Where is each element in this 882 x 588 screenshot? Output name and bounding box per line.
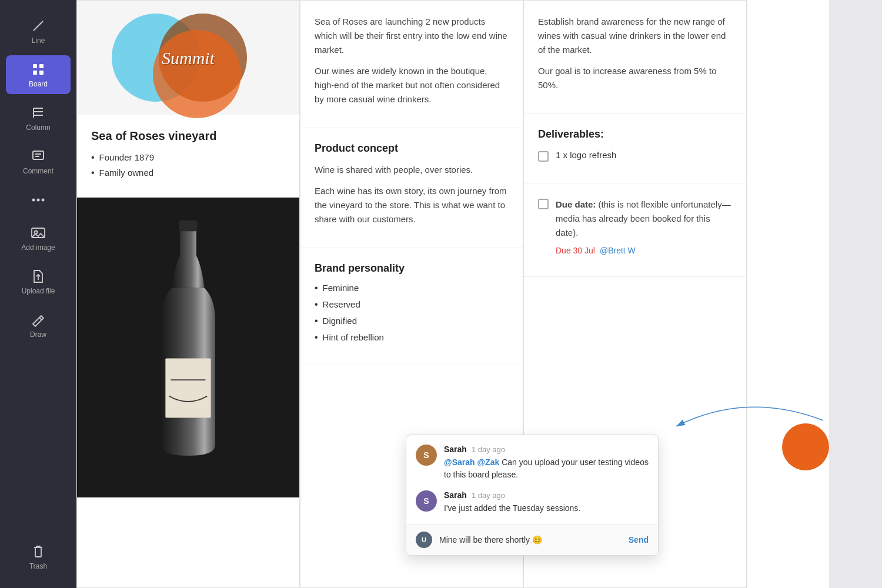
deliverable-item-1: 1 x logo refresh (538, 150, 732, 162)
product-concept-text1: Wine is shared with people, over stories… (315, 163, 509, 177)
card-partial (747, 0, 829, 588)
sidebar-item-add-image[interactable]: Add image (6, 219, 71, 258)
comment-item-2: S Sarah 1 day ago I've just added the Tu… (416, 490, 649, 514)
vineyard-title: Sea of Roses vineyard (91, 129, 285, 143)
svg-point-12 (32, 199, 35, 202)
list-item: Founder 1879 (91, 152, 285, 163)
deliverable-label-1: 1 x logo refresh (556, 150, 616, 160)
venn-circle-orange (153, 30, 241, 118)
svg-line-0 (34, 21, 43, 31)
send-button[interactable]: Send (629, 535, 649, 544)
sidebar-item-line[interactable]: Line (6, 12, 71, 51)
upload-file-icon (30, 268, 46, 285)
svg-rect-4 (39, 71, 44, 75)
product-concept-title: Product concept (315, 142, 509, 155)
comment-item-1: S Sarah 1 day ago @Sarah @Zak Can you up… (416, 445, 649, 481)
wine-bottle-card (77, 198, 299, 497)
due-date-item: Due date: (this is not flexible unfortun… (538, 198, 732, 255)
comment-header-1: Sarah 1 day ago (444, 445, 649, 454)
checkbox-due-date[interactable] (538, 199, 549, 209)
list-item: Feminine (315, 283, 509, 293)
comment-input[interactable] (439, 535, 622, 544)
due-date-tags: Due 30 Jul @Brett W (556, 246, 732, 255)
sidebar-item-label-upload-file: Upload file (22, 287, 55, 295)
product-concept-section: Product concept Wine is shared with peop… (300, 128, 523, 248)
canvas-area[interactable]: Summit Sea of Roses vineyard Founder 187… (76, 0, 882, 588)
deliverables-section: Deliverables: 1 x logo refresh (524, 114, 746, 183)
person-tag[interactable]: @Brett W (600, 246, 636, 255)
svg-point-16 (35, 231, 38, 234)
comment-content-2: Sarah 1 day ago I've just added the Tues… (444, 490, 580, 514)
avatar-current-user: U (416, 532, 432, 548)
brand-awareness-text1: Establish brand awareness for the new ra… (538, 15, 732, 57)
svg-rect-20 (165, 358, 211, 417)
sidebar-item-comment[interactable]: Comment (6, 142, 71, 181)
comment-input-row: U Send (406, 524, 658, 555)
comment-popup: S Sarah 1 day ago @Sarah @Zak Can you up… (406, 435, 659, 556)
sidebar-item-label-comment: Comment (23, 167, 54, 175)
sidebar-item-label-line: Line (32, 36, 45, 45)
market-text-1: Sea of Roses are launching 2 new product… (315, 15, 509, 57)
more-icon (30, 192, 46, 208)
avatar-sarah-2: S (416, 490, 437, 512)
sidebar-item-upload-file[interactable]: Upload file (6, 262, 71, 301)
comment-time-1: 1 day ago (472, 445, 505, 454)
list-item: Family owned (91, 168, 285, 178)
draw-icon (30, 312, 46, 328)
add-image-icon (30, 225, 46, 241)
comment-text-2: I've just added the Tuesday sessions. (444, 502, 580, 514)
comment-text-1: @Sarah @Zak Can you upload your user tes… (444, 456, 649, 481)
list-item: Reserved (315, 299, 509, 310)
list-item-hint-of-rebellion: Hint of rebellion (315, 332, 509, 343)
list-item: Dignified (315, 316, 509, 326)
trash-icon (30, 543, 46, 560)
sidebar-item-label-board: Board (29, 80, 48, 88)
sidebar-item-label-draw: Draw (30, 330, 46, 339)
deliverables-title: Deliverables: (538, 128, 732, 141)
column-icon (30, 105, 46, 121)
svg-rect-1 (33, 64, 37, 68)
wine-bottle-svg (129, 212, 247, 483)
comment-author-2: Sarah (444, 490, 467, 500)
venn-diagram: Summit (77, 1, 299, 115)
brand-traits-list: Feminine Reserved Dignified Hint of rebe… (315, 283, 509, 343)
brand-personality-section: Brand personality Feminine Reserved Dign… (300, 248, 523, 363)
sidebar-item-trash[interactable]: Trash (6, 537, 71, 576)
due-date-label: Due date: (556, 199, 596, 209)
svg-rect-9 (33, 151, 44, 159)
svg-rect-3 (33, 71, 37, 75)
product-concept-text2: Each wine has its own story, its own jou… (315, 184, 509, 226)
sidebar-item-label-add-image: Add image (21, 243, 55, 252)
sidebar: Line Board Column (0, 0, 76, 588)
sidebar-item-label-column: Column (26, 123, 50, 132)
market-context-section: Sea of Roses are launching 2 new product… (300, 1, 523, 128)
board-icon (30, 61, 46, 78)
svg-rect-2 (39, 64, 44, 68)
brand-personality-title: Brand personality (315, 262, 509, 275)
comment-list: S Sarah 1 day ago @Sarah @Zak Can you up… (406, 435, 658, 524)
svg-point-13 (37, 199, 40, 202)
svg-line-18 (39, 318, 42, 320)
checkbox-logo-refresh[interactable] (538, 151, 549, 162)
venn-title: Summit (162, 48, 215, 68)
brand-awareness-section: Establish brand awareness for the new ra… (524, 1, 746, 114)
main-canvas: Summit Sea of Roses vineyard Founder 187… (76, 0, 882, 588)
comment-author-1: Sarah (444, 445, 467, 454)
due-date-tag[interactable]: Due 30 Jul (556, 246, 595, 255)
sidebar-item-board[interactable]: Board (6, 55, 71, 94)
sidebar-item-draw[interactable]: Draw (6, 306, 71, 345)
avatar-sarah-1: S (416, 445, 437, 466)
sidebar-item-more[interactable] (6, 186, 71, 214)
sidebar-item-label-trash: Trash (29, 562, 47, 570)
due-date-section: Due date: (this is not flexible unfortun… (524, 183, 746, 277)
comment-header-2: Sarah 1 day ago (444, 490, 580, 500)
sidebar-item-column[interactable]: Column (6, 99, 71, 138)
orange-blob (782, 423, 829, 470)
brand-awareness-text2: Our goal is to increase awareness from 5… (538, 64, 732, 92)
mention-sarah: @Sarah (444, 457, 477, 467)
mention-zak: @Zak (477, 457, 502, 467)
vineyard-list: Founder 1879 Family owned (91, 152, 285, 178)
comment-time-2: 1 day ago (472, 491, 505, 500)
svg-point-14 (42, 199, 45, 202)
venn-container: Summit (94, 6, 282, 109)
